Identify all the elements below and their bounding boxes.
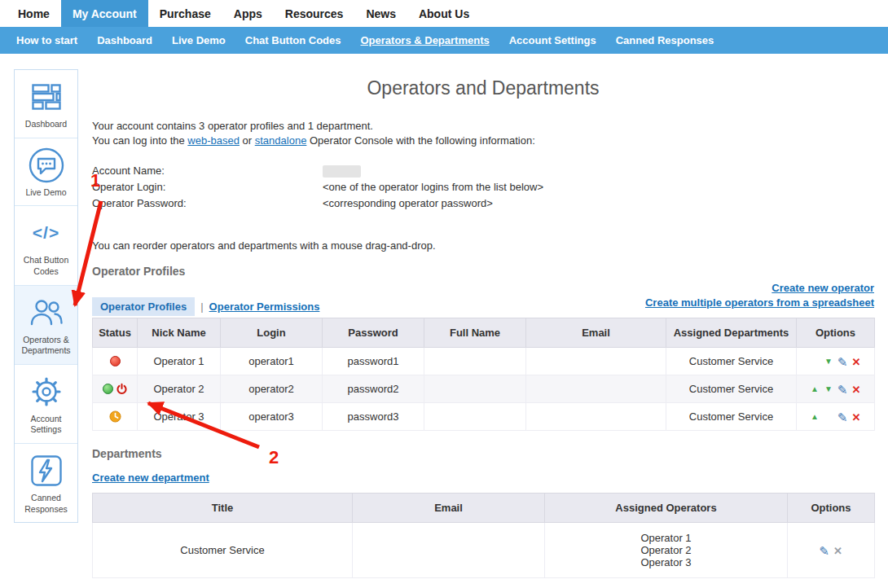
reorder-note: You can reorder operators and department…: [92, 239, 874, 252]
full-name-cell: [424, 375, 526, 403]
logout-operator-icon[interactable]: [116, 383, 128, 395]
tab-operator-permissions[interactable]: Operator Permissions: [209, 301, 320, 313]
annotation-number-2: 2: [269, 447, 279, 468]
credentials-block: Account Name: Operator Login:<one of the…: [92, 163, 874, 212]
sidebar-item-live-demo[interactable]: Live Demo: [15, 138, 77, 207]
sidebar-item-label: Operators & Departments: [17, 335, 75, 357]
operator-row: Operator 3 operator3 password3 Customer …: [93, 403, 875, 431]
standalone-link[interactable]: standalone: [255, 134, 307, 147]
move-down-icon[interactable]: ▼: [822, 358, 836, 366]
tab-operator-profiles[interactable]: Operator Profiles: [92, 297, 195, 316]
options-cell: ▼✎✕: [797, 348, 875, 375]
sidebar-item-chat-button-codes[interactable]: </> Chat Button Codes: [15, 206, 77, 285]
operators-icon: [17, 294, 75, 331]
status-online-icon: [103, 384, 113, 394]
department-row: Customer Service Operator 1 Operator 2 O…: [93, 523, 875, 578]
live-demo-icon: [17, 147, 75, 184]
departments-heading: Departments: [92, 447, 874, 460]
annotation-number-1: 1: [90, 170, 100, 191]
nav-apps[interactable]: Apps: [222, 0, 274, 27]
web-based-link[interactable]: web-based: [187, 134, 240, 147]
create-new-department-link[interactable]: Create new department: [92, 472, 209, 484]
intro-line-1: Your account contains 3 operator profile…: [92, 120, 373, 132]
move-up-icon[interactable]: ▲: [808, 385, 822, 393]
nav-resources[interactable]: Resources: [274, 0, 355, 27]
delete-icon[interactable]: ✕: [850, 384, 864, 395]
nick-name-cell: Operator 3: [138, 403, 221, 431]
col-login: Login: [221, 318, 323, 348]
col-password: Password: [323, 318, 424, 348]
nick-name-cell: Operator 2: [138, 375, 221, 403]
subnav-operators-departments[interactable]: Operators & Departments: [351, 27, 499, 54]
delete-icon[interactable]: ✕: [850, 412, 864, 423]
tab-separator: |: [200, 301, 203, 313]
col-email: Email: [353, 494, 545, 523]
col-nick-name: Nick Name: [138, 318, 221, 348]
status-away-icon: [109, 410, 121, 423]
assigned-departments-cell: Customer Service: [666, 375, 797, 403]
operator-password-label: Operator Password:: [92, 195, 323, 212]
subnav-account-settings[interactable]: Account Settings: [499, 27, 606, 54]
dashboard-icon: [17, 78, 75, 116]
email-cell: [526, 348, 666, 375]
login-cell: operator3: [221, 403, 323, 431]
sidebar-item-label: Account Settings: [17, 414, 75, 436]
sidebar-item-dashboard[interactable]: Dashboard: [15, 70, 77, 138]
sidebar-item-canned-responses[interactable]: Canned Responses: [15, 444, 77, 522]
top-nav: Home My Account Purchase Apps Resources …: [0, 0, 888, 27]
subnav-canned-responses[interactable]: Canned Responses: [606, 27, 724, 54]
sub-nav: How to start Dashboard Live Demo Chat Bu…: [0, 27, 888, 54]
sidebar-item-label: Live Demo: [17, 187, 75, 199]
sidebar-item-label: Dashboard: [17, 119, 75, 130]
operator-tabs: Operator Profiles | Operator Permissions: [92, 297, 319, 316]
col-assigned-departments: Assigned Departments: [666, 318, 797, 348]
edit-icon[interactable]: ✎: [836, 356, 850, 368]
nav-about-us[interactable]: About Us: [407, 0, 481, 27]
operator-password-value: <corresponding operator password>: [323, 197, 493, 209]
account-name-label: Account Name:: [92, 163, 323, 179]
password-cell: password2: [323, 375, 424, 403]
page-title: Operators and Departments: [92, 77, 874, 99]
col-status: Status: [93, 318, 138, 348]
account-name-redacted: [323, 165, 361, 178]
operator-row: Operator 1 operator1 password1 Customer …: [93, 348, 875, 375]
password-cell: password3: [323, 403, 424, 431]
subnav-chat-button-codes[interactable]: Chat Button Codes: [235, 27, 351, 54]
main-content: Operators and Departments Your account c…: [92, 69, 874, 578]
chat-code-icon: </>: [17, 214, 75, 252]
operator-profiles-heading: Operator Profiles: [92, 265, 874, 278]
edit-icon[interactable]: ✎: [836, 411, 850, 423]
status-offline-icon: [110, 356, 121, 366]
page: Home My Account Purchase Apps Resources …: [0, 0, 888, 588]
options-cell: ▲✎✕: [797, 403, 875, 431]
col-email: Email: [526, 318, 666, 348]
edit-icon[interactable]: ✎: [836, 384, 850, 396]
sidebar: Dashboard Live Demo </> Chat Button Code…: [14, 69, 78, 523]
create-new-operator-link[interactable]: Create new operator: [645, 281, 874, 296]
email-cell: [526, 375, 666, 403]
sidebar-item-label: Chat Button Codes: [17, 255, 75, 277]
col-title: Title: [93, 494, 353, 523]
intro-text: Your account contains 3 operator profile…: [92, 119, 874, 148]
operator-row: Operator 2 operator2 password2 Customer …: [93, 375, 875, 403]
delete-icon[interactable]: ✕: [850, 357, 864, 367]
assigned-operators-cell: Operator 1 Operator 2 Operator 3: [545, 523, 788, 578]
sidebar-item-operators-departments[interactable]: Operators & Departments: [15, 286, 77, 365]
subnav-dashboard[interactable]: Dashboard: [87, 27, 162, 54]
move-up-icon[interactable]: ▲: [808, 413, 822, 421]
nav-news[interactable]: News: [354, 0, 407, 27]
edit-icon[interactable]: ✎: [817, 545, 831, 557]
full-name-cell: [424, 348, 526, 375]
subnav-live-demo[interactable]: Live Demo: [162, 27, 235, 54]
nav-purchase[interactable]: Purchase: [148, 0, 222, 27]
subnav-how-to-start[interactable]: How to start: [7, 27, 87, 54]
nav-home[interactable]: Home: [7, 0, 61, 27]
col-options: Options: [788, 494, 875, 523]
col-options: Options: [797, 318, 875, 348]
nick-name-cell: Operator 1: [138, 348, 221, 375]
move-down-icon[interactable]: ▼: [822, 385, 836, 393]
nav-my-account[interactable]: My Account: [61, 0, 148, 27]
create-multiple-operators-link[interactable]: Create multiple operators from a spreads…: [645, 296, 874, 310]
sidebar-item-account-settings[interactable]: Account Settings: [15, 365, 77, 444]
delete-disabled-icon: ✕: [831, 546, 845, 556]
